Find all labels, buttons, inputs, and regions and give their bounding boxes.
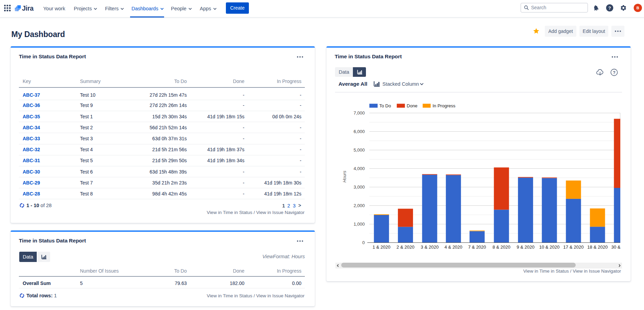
svg-text:Done: Done: [407, 103, 417, 108]
svg-text:9 & 2020: 9 & 2020: [517, 245, 534, 250]
svg-text:6,000: 6,000: [354, 129, 365, 134]
svg-text:5,000: 5,000: [354, 147, 365, 153]
svg-text:4,000: 4,000: [354, 166, 365, 171]
svg-text:To Do: To Do: [379, 103, 391, 108]
svg-text:17 & 2020: 17 & 2020: [563, 245, 584, 250]
svg-text:3 & 2020: 3 & 2020: [421, 245, 439, 250]
svg-text:4 & 2020: 4 & 2020: [445, 245, 462, 250]
svg-text:Hours: Hours: [342, 170, 347, 182]
svg-text:1,000: 1,000: [354, 222, 365, 227]
svg-text:0: 0: [362, 240, 365, 245]
svg-text:1 & 2020: 1 & 2020: [372, 245, 390, 250]
svg-text:8 & 2020: 8 & 2020: [493, 245, 510, 250]
svg-text:?: ?: [608, 5, 611, 11]
svg-text:7 & 2020: 7 & 2020: [468, 245, 486, 250]
svg-text:30 & 2020: 30 & 2020: [611, 245, 631, 250]
svg-text:2,000: 2,000: [354, 203, 365, 208]
svg-text:?: ?: [613, 70, 616, 75]
svg-text:2 & 2020: 2 & 2020: [396, 245, 414, 250]
svg-text:18 & 2020: 18 & 2020: [587, 245, 608, 250]
svg-text:7,000: 7,000: [354, 110, 365, 116]
svg-text:10 & 2020: 10 & 2020: [539, 245, 560, 250]
svg-text:3,000: 3,000: [354, 184, 365, 190]
svg-text:In Progress: In Progress: [433, 103, 456, 108]
